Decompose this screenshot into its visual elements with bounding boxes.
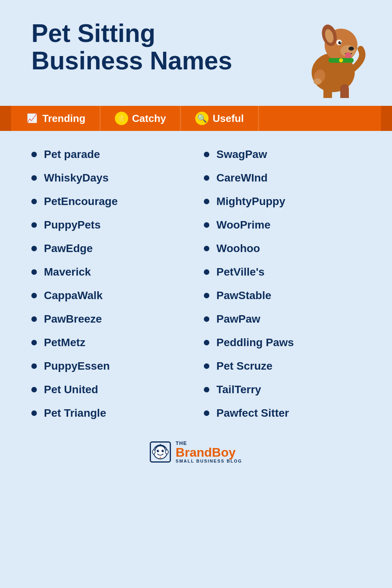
list-item: Pet United [24,378,196,401]
name-label: CareWInd [216,172,268,184]
name-label: Woohoo [216,242,260,255]
bullet-icon [204,387,209,392]
tab-useful-label: Useful [212,113,243,125]
bullet-icon [204,246,209,251]
list-item: PuppyPets [24,213,196,237]
name-label: SwagPaw [216,148,267,161]
list-item: Pet Scruze [196,354,368,378]
name-label: Peddling Paws [216,336,294,349]
list-item: Pet Triangle [24,401,196,425]
brand-icon [150,441,171,463]
svg-point-22 [152,450,155,454]
name-label: PawEdge [44,242,93,255]
name-label: Maverick [44,266,91,278]
svg-rect-12 [323,84,332,98]
name-label: Pet parade [44,148,100,161]
bullet-icon [204,316,209,322]
list-item: MightyPuppy [196,190,368,213]
list-item: CareWInd [196,166,368,190]
name-label: MightyPuppy [216,195,285,208]
brand-logo: the BrandBoy Small Business Blog [150,441,242,463]
list-item: PawBreeze [24,307,196,331]
left-column: Pet parade WhiskyDays PetEncourage Puppy… [24,143,196,425]
bullet-icon [31,316,37,322]
bullet-icon [31,175,37,181]
tabs-row: 📈 Trending ⭐ Catchy 🔍 Useful [0,106,392,131]
list-item: PetMetz [24,331,196,354]
name-label: PuppyPets [44,219,101,231]
bullet-icon [31,246,37,251]
page-title: Pet Sitting Business Names [31,20,259,75]
name-label: PuppyEssen [44,360,110,372]
name-label: PetMetz [44,336,85,349]
svg-point-11 [339,58,343,62]
name-label: WhiskyDays [44,172,109,184]
list-item: PawEdge [24,237,196,260]
names-section: Pet parade WhiskyDays PetEncourage Puppy… [0,131,392,433]
list-item: Peddling Paws [196,331,368,354]
bullet-icon [31,363,37,369]
tab-trending[interactable]: 📈 Trending [11,106,101,131]
footer: the BrandBoy Small Business Blog [150,441,242,463]
header: Pet Sitting Business Names [0,0,392,102]
bullet-icon [204,175,209,181]
tab-useful[interactable]: 🔍 Useful [181,106,259,131]
list-item: PetVille's [196,260,368,284]
list-item: Maverick [24,260,196,284]
tab-catchy-label: Catchy [132,113,166,125]
svg-point-5 [348,47,354,51]
useful-icon: 🔍 [195,112,209,125]
brand-name-plain: Brand [176,445,212,459]
list-item: TailTerry [196,378,368,401]
name-label: WooPrime [216,219,270,231]
bullet-icon [204,222,209,228]
list-item: WhiskyDays [24,166,196,190]
svg-point-23 [165,450,168,454]
list-item: PawPaw [196,307,368,331]
tab-trending-label: Trending [42,113,85,125]
brand-tagline: Small Business Blog [176,459,242,463]
bullet-icon [31,199,37,204]
bullet-icon [31,293,37,298]
name-label: TailTerry [216,383,261,396]
brand-name-accent: Boy [212,445,236,459]
bullet-icon [204,269,209,275]
list-item: PuppyEssen [24,354,196,378]
dog-illustration [298,16,368,94]
list-item: Woohoo [196,237,368,260]
svg-point-18 [162,450,164,452]
svg-point-17 [157,450,159,452]
bullet-icon [31,410,37,416]
svg-point-20 [163,450,164,451]
list-item: SwagPaw [196,143,368,166]
svg-point-8 [340,42,341,43]
name-label: CappaWalk [44,289,103,302]
bullet-icon [204,363,209,369]
list-item: PawStable [196,284,368,307]
name-label: PawPaw [216,313,260,325]
bullet-icon [31,340,37,345]
brand-text-block: the BrandBoy Small Business Blog [176,441,242,463]
name-label: Pet Triangle [44,407,106,419]
list-item: PetEncourage [24,190,196,213]
bullet-icon [204,293,209,298]
bullet-icon [31,387,37,392]
page-wrapper: Pet Sitting Business Names [0,0,392,588]
brand-name: BrandBoy [176,446,242,459]
bullet-icon [31,222,37,228]
name-label: PawStable [216,289,271,302]
bullet-icon [31,269,37,275]
catchy-icon: ⭐ [115,112,128,125]
bullet-icon [204,340,209,345]
list-item: CappaWalk [24,284,196,307]
name-label: Pet Scruze [216,360,272,372]
name-label: PawBreeze [44,313,102,325]
list-item: WooPrime [196,213,368,237]
bullet-icon [204,152,209,157]
name-label: PetVille's [216,266,265,278]
tab-catchy[interactable]: ⭐ Catchy [101,106,181,131]
right-column: SwagPaw CareWInd MightyPuppy WooPrime Wo… [196,143,368,425]
svg-point-15 [314,78,321,85]
list-item: Pet parade [24,143,196,166]
tab-accent-right [381,106,392,131]
